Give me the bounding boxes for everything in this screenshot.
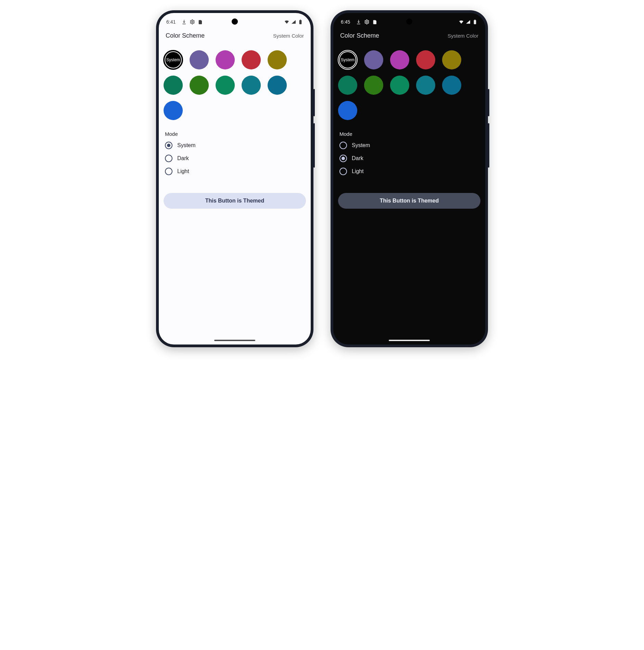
swatch-color-6[interactable] xyxy=(216,76,235,95)
mode-radio-group: SystemDarkLight xyxy=(333,140,485,177)
swatch-color-2[interactable] xyxy=(242,50,261,69)
page-title: Color Scheme xyxy=(166,32,205,39)
swatch-color-5[interactable] xyxy=(364,76,383,95)
radio-dot-icon xyxy=(165,142,172,149)
system-color-action[interactable]: System Color xyxy=(448,33,478,39)
status-time: 6:45 xyxy=(341,19,353,25)
swatch-color-9[interactable] xyxy=(164,101,183,120)
phone-frame-dark: 6:45 Color Scheme System Color xyxy=(331,10,488,347)
radio-dot-icon xyxy=(339,155,347,162)
swatch-color-4[interactable] xyxy=(164,76,183,95)
battery-icon xyxy=(472,19,478,25)
swatch-color-8[interactable] xyxy=(442,76,461,95)
wifi-icon xyxy=(459,19,464,25)
mode-radio-dark[interactable]: Dark xyxy=(162,153,307,164)
screen-light: 6:41 Color Scheme System Color xyxy=(159,13,311,344)
phone-frame-light: 6:41 Color Scheme System Color xyxy=(156,10,313,347)
swatch-color-9[interactable] xyxy=(338,101,357,120)
themed-button[interactable]: This Button is Themed xyxy=(338,193,480,209)
mode-label: Mode xyxy=(333,123,485,140)
swatch-color-6[interactable] xyxy=(390,76,409,95)
radio-dot-icon xyxy=(165,155,172,162)
mode-radio-system[interactable]: System xyxy=(162,140,307,151)
swatch-color-8[interactable] xyxy=(268,76,287,95)
mode-radio-light[interactable]: Light xyxy=(337,166,482,177)
sd-card-icon xyxy=(198,19,203,25)
swatch-color-1[interactable] xyxy=(216,50,235,69)
page-header: Color Scheme System Color xyxy=(333,29,485,41)
page-header: Color Scheme System Color xyxy=(159,29,311,41)
svg-rect-4 xyxy=(474,20,476,24)
radio-label: System xyxy=(177,142,195,148)
radio-dot-icon xyxy=(339,142,347,149)
swatch-color-3[interactable] xyxy=(268,50,287,69)
gear-icon xyxy=(190,19,195,25)
mode-radio-light[interactable]: Light xyxy=(162,166,307,177)
download-icon xyxy=(181,19,187,25)
swatch-color-4[interactable] xyxy=(338,76,357,95)
radio-label: System xyxy=(352,142,370,148)
cell-signal-icon xyxy=(465,19,471,25)
svg-rect-2 xyxy=(300,20,301,20)
swatch-color-0[interactable] xyxy=(190,50,209,69)
radio-label: Light xyxy=(177,168,189,174)
cell-signal-icon xyxy=(291,19,296,25)
home-indicator[interactable] xyxy=(214,340,255,341)
mode-radio-system[interactable]: System xyxy=(337,140,482,151)
swatch-system-label: System xyxy=(166,57,180,62)
swatch-system[interactable]: System xyxy=(338,50,357,69)
color-swatch-grid: System xyxy=(159,41,311,123)
swatch-color-1[interactable] xyxy=(390,50,409,69)
radio-dot-icon xyxy=(165,168,172,175)
color-swatch-grid: System xyxy=(333,41,485,123)
gear-icon xyxy=(364,19,370,25)
sd-card-icon xyxy=(372,19,378,25)
radio-label: Light xyxy=(352,168,364,174)
swatch-color-7[interactable] xyxy=(416,76,435,95)
radio-label: Dark xyxy=(177,155,189,161)
system-color-action[interactable]: System Color xyxy=(273,33,304,39)
svg-rect-5 xyxy=(475,20,476,20)
swatch-color-7[interactable] xyxy=(242,76,261,95)
camera-cutout xyxy=(406,18,412,25)
svg-rect-1 xyxy=(299,20,302,24)
mode-radio-group: SystemDarkLight xyxy=(159,140,311,177)
radio-dot-icon xyxy=(339,168,347,175)
screen-dark: 6:45 Color Scheme System Color xyxy=(333,13,485,344)
swatch-color-2[interactable] xyxy=(416,50,435,69)
battery-icon xyxy=(298,19,303,25)
swatch-color-0[interactable] xyxy=(364,50,383,69)
mode-label: Mode xyxy=(159,123,311,140)
swatch-color-3[interactable] xyxy=(442,50,461,69)
mode-radio-dark[interactable]: Dark xyxy=(337,153,482,164)
swatch-system-label: System xyxy=(341,57,355,62)
page-title: Color Scheme xyxy=(340,32,379,39)
camera-cutout xyxy=(232,18,238,25)
wifi-icon xyxy=(284,19,289,25)
download-icon xyxy=(356,19,361,25)
radio-label: Dark xyxy=(352,155,363,161)
swatch-system[interactable]: System xyxy=(164,50,183,69)
status-time: 6:41 xyxy=(166,19,179,25)
svg-point-3 xyxy=(366,21,368,23)
swatch-color-5[interactable] xyxy=(190,76,209,95)
svg-point-0 xyxy=(192,21,193,23)
home-indicator[interactable] xyxy=(389,340,430,341)
themed-button[interactable]: This Button is Themed xyxy=(164,193,306,209)
